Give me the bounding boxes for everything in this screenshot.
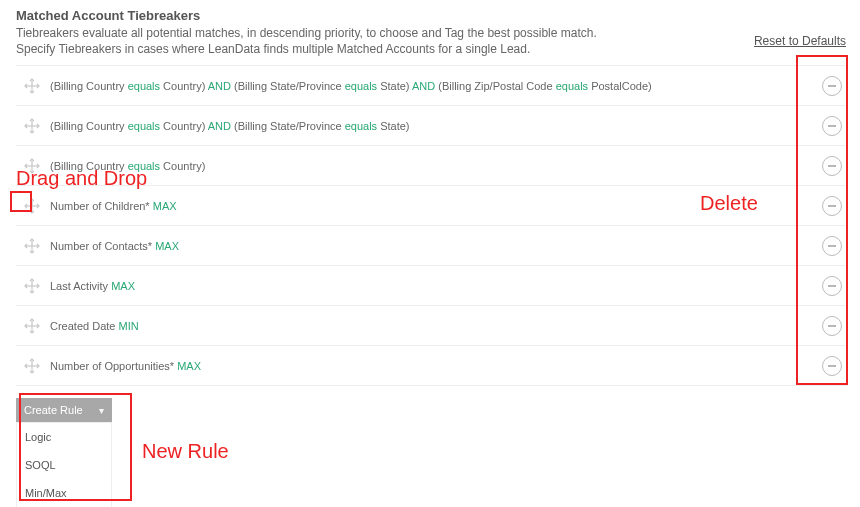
delete-rule-button[interactable] <box>822 236 842 256</box>
rule-expression: (Billing Country equals Country) <box>50 160 822 172</box>
delete-rule-button[interactable] <box>822 116 842 136</box>
rule-expression: Created Date MIN <box>50 320 822 332</box>
drag-handle-icon[interactable] <box>22 156 42 176</box>
page-description: Tiebreakers evaluate all potential match… <box>16 25 848 57</box>
drag-handle-icon[interactable] <box>22 276 42 296</box>
rule-expression: Last Activity MAX <box>50 280 822 292</box>
drag-handle-icon[interactable] <box>22 316 42 336</box>
create-rule-button[interactable]: Create Rule ▾ <box>16 398 112 422</box>
drag-handle-icon[interactable] <box>22 116 42 136</box>
create-rule-area: Create Rule ▾ LogicSOQLMin/Max <box>16 398 112 507</box>
drag-handle-icon[interactable] <box>22 76 42 96</box>
rule-expression: Number of Children* MAX <box>50 200 822 212</box>
rule-row: (Billing Country equals Country) <box>16 146 848 186</box>
rule-row: (Billing Country equals Country) AND (Bi… <box>16 106 848 146</box>
delete-rule-button[interactable] <box>822 196 842 216</box>
create-rule-option[interactable]: Min/Max <box>17 479 111 507</box>
desc-line-1: Tiebreakers evaluate all potential match… <box>16 26 597 40</box>
rule-expression: (Billing Country equals Country) AND (Bi… <box>50 120 822 132</box>
rule-row: Number of Contacts* MAX <box>16 226 848 266</box>
page-title: Matched Account Tiebreakers <box>16 8 848 23</box>
rule-row: Number of Opportunities* MAX <box>16 346 848 386</box>
delete-rule-button[interactable] <box>822 316 842 336</box>
create-rule-menu: LogicSOQLMin/Max <box>16 422 112 507</box>
rule-row: (Billing Country equals Country) AND (Bi… <box>16 66 848 106</box>
rule-row: Created Date MIN <box>16 306 848 346</box>
rules-list: (Billing Country equals Country) AND (Bi… <box>16 65 848 386</box>
create-rule-option[interactable]: SOQL <box>17 451 111 479</box>
reset-to-defaults-link[interactable]: Reset to Defaults <box>754 34 846 48</box>
rule-expression: Number of Opportunities* MAX <box>50 360 822 372</box>
chevron-down-icon: ▾ <box>99 405 104 416</box>
drag-handle-icon[interactable] <box>22 356 42 376</box>
tiebreakers-panel: Matched Account Tiebreakers Tiebreakers … <box>0 0 860 507</box>
rule-row: Number of Children* MAX <box>16 186 848 226</box>
delete-rule-button[interactable] <box>822 276 842 296</box>
drag-handle-icon[interactable] <box>22 196 42 216</box>
delete-rule-button[interactable] <box>822 156 842 176</box>
delete-rule-button[interactable] <box>822 356 842 376</box>
create-rule-label: Create Rule <box>24 404 83 416</box>
rule-expression: (Billing Country equals Country) AND (Bi… <box>50 80 822 92</box>
rule-expression: Number of Contacts* MAX <box>50 240 822 252</box>
rule-row: Last Activity MAX <box>16 266 848 306</box>
create-rule-option[interactable]: Logic <box>17 423 111 451</box>
desc-line-2: Specify Tiebreakers in cases where LeanD… <box>16 42 530 56</box>
annotation-new-rule: New Rule <box>142 440 229 463</box>
drag-handle-icon[interactable] <box>22 236 42 256</box>
delete-rule-button[interactable] <box>822 76 842 96</box>
